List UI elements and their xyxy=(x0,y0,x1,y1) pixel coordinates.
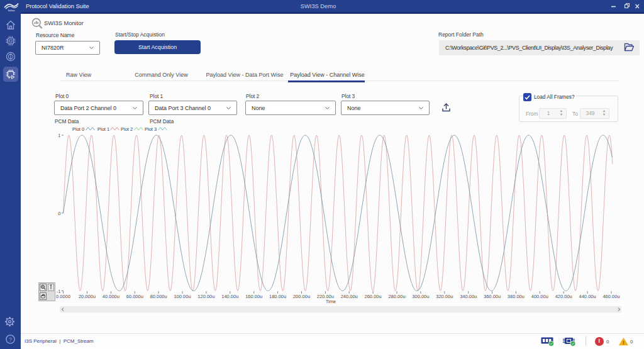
svg-text:400.00u: 400.00u xyxy=(531,294,548,299)
svg-text:0: 0 xyxy=(58,211,60,216)
svg-text:Time: Time xyxy=(326,299,336,304)
svg-text:200.00u: 200.00u xyxy=(293,294,310,299)
svg-text:320.00u: 320.00u xyxy=(436,294,453,299)
svg-text:60.000u: 60.000u xyxy=(126,294,143,299)
svg-text:180.00u: 180.00u xyxy=(269,294,286,299)
svg-text:140.00u: 140.00u xyxy=(221,294,238,299)
svg-text:380.00u: 380.00u xyxy=(508,294,525,299)
svg-text:20.000u: 20.000u xyxy=(79,294,96,299)
svg-text:360.00u: 360.00u xyxy=(484,294,501,299)
svg-text:260.00u: 260.00u xyxy=(365,294,382,299)
svg-text:160.00u: 160.00u xyxy=(245,294,262,299)
svg-text:?: ? xyxy=(9,336,12,343)
svg-text:420.00u: 420.00u xyxy=(555,294,572,299)
svg-text:!: ! xyxy=(623,340,625,346)
svg-text:240.00u: 240.00u xyxy=(341,294,358,299)
svg-text:120.00u: 120.00u xyxy=(197,294,214,299)
svg-text:340.00u: 340.00u xyxy=(460,294,477,299)
svg-text:440.00u: 440.00u xyxy=(579,294,596,299)
svg-text:1: 1 xyxy=(58,133,60,138)
svg-text:460.00u: 460.00u xyxy=(602,294,619,299)
svg-text:0.0000: 0.0000 xyxy=(56,294,70,299)
svg-text:100.00u: 100.00u xyxy=(174,294,191,299)
svg-text:40.000u: 40.000u xyxy=(103,294,119,299)
svg-text:280.00u: 280.00u xyxy=(388,294,405,299)
svg-text:80.000u: 80.000u xyxy=(150,294,167,299)
svg-text:300.00u: 300.00u xyxy=(412,294,429,299)
svg-text:Soliton: Soliton xyxy=(8,9,15,12)
